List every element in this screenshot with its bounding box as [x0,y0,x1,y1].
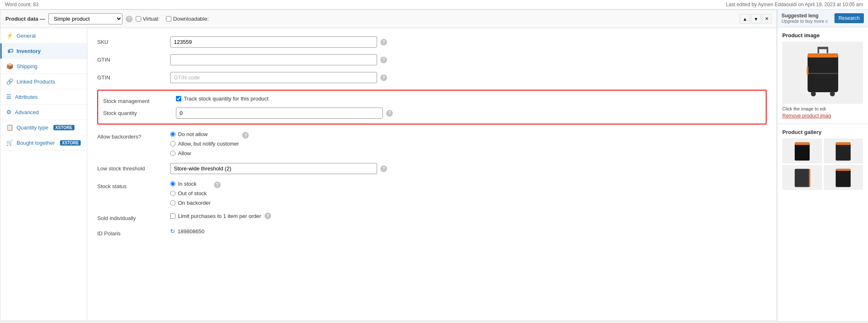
backorders-radio-group: Do not allow Allow, but notify customer … [170,131,239,156]
gallery-item-2[interactable] [824,139,863,163]
gallery-title: Product gallery [782,129,863,135]
product-image-placeholder[interactable] [782,42,863,104]
status-on-backorder[interactable]: On backorder [170,200,211,206]
svg-rect-12 [836,142,851,145]
sidebar-item-shipping[interactable]: 📦 Shipping [0,59,87,74]
sidebar-item-quantity-type[interactable]: 📋 Quantity type XSTORE [0,120,87,135]
stock-management-field: Track stock quantity for this product [176,96,761,102]
sidebar-item-advanced[interactable]: ⚙ Advanced [0,105,87,120]
gallery-image-3 [794,166,810,189]
product-image-svg [804,46,842,100]
product-data-header: Product data — Simple product Variable p… [0,10,777,28]
right-panel: Suggested leng Upgrade to buy more c Res… [777,10,868,321]
track-stock-checkbox-label[interactable]: Track stock quantity for this product [176,96,269,102]
collapse-up-button[interactable]: ▲ [740,14,750,24]
downloadable-checkbox[interactable] [166,16,171,22]
suggested-length-title: Suggested leng [781,13,828,19]
stock-quantity-label: Stock quantity [103,108,169,116]
sidebar-item-label: Quantity type [17,124,48,131]
inventory-icon: 🏷 [7,48,13,54]
backorder-do-not-allow[interactable]: Do not allow [170,131,239,137]
id-polaris-row: ID Polaris ↻ 189808650 [97,228,767,237]
sidebar-item-general[interactable]: ⚡ General [0,28,87,43]
low-stock-help-icon[interactable]: ? [380,165,387,172]
sidebar-item-label: Shipping [17,63,38,69]
sku-input[interactable] [170,36,377,48]
svg-point-8 [830,91,835,96]
sidebar-item-linked-products[interactable]: 🔗 Linked Products [0,74,87,89]
sold-individually-help-icon[interactable]: ? [264,213,271,219]
svg-rect-14 [809,169,810,187]
svg-rect-13 [795,169,810,187]
product-type-select[interactable]: Simple product Variable product Grouped … [48,13,123,24]
product-data-label: Product data — [5,16,45,22]
gtin2-input[interactable] [170,72,377,83]
svg-rect-1 [818,47,819,53]
allow-backorders-field: Do not allow Allow, but notify customer … [170,131,767,156]
refresh-icon[interactable]: ↻ [170,228,175,234]
status-out-of-stock[interactable]: Out of stock [170,190,211,196]
id-polaris-value: 189808650 [178,228,204,234]
svg-rect-9 [795,142,810,160]
status-in-stock[interactable]: In stock [170,181,211,187]
sidebar-item-attributes[interactable]: ☰ Attributes [0,89,87,105]
shipping-icon: 📦 [6,63,13,69]
virtual-checkbox-label[interactable]: Virtual: [136,16,159,22]
gtin1-field: ? [170,54,767,65]
sidebar-item-inventory[interactable]: 🏷 Inventory [0,43,87,59]
remove-image-link[interactable]: Remove product imag [782,113,863,119]
svg-rect-6 [807,67,808,75]
stock-management-box: Stock management Track stock quantity fo… [97,90,767,124]
product-type-help-icon[interactable]: ? [126,16,132,22]
stock-status-help-icon[interactable]: ? [214,182,221,188]
virtual-checkbox[interactable] [136,16,141,22]
gallery-item-1[interactable] [782,139,822,163]
limit-purchases-text: Limit purchases to 1 item per order [178,213,261,219]
limit-purchases-label[interactable]: Limit purchases to 1 item per order [170,213,261,219]
advanced-icon: ⚙ [6,109,12,115]
stock-status-field: In stock Out of stock On backorder [170,181,767,206]
gallery-item-3[interactable] [782,165,822,190]
stock-quantity-help-icon[interactable]: ? [386,110,393,117]
sidebar-item-label: General [17,33,36,39]
low-stock-input[interactable] [170,163,377,174]
backorders-help-icon[interactable]: ? [242,132,249,139]
gtin1-row: GTIN ? [97,54,767,65]
svg-rect-4 [808,53,838,57]
stock-quantity-input[interactable] [176,108,383,119]
backorder-allow-notify[interactable]: Allow, but notify customer [170,141,239,147]
sidebar-item-bought-together[interactable]: 🛒 Bought together XSTORE [0,135,87,151]
suggested-length-info: Suggested leng Upgrade to buy more c [781,13,828,24]
sidebar: ⚡ General 🏷 Inventory 📦 Shipping 🔗 Linke… [0,28,87,321]
suggested-length-section: Suggested leng Upgrade to buy more c Res… [777,10,868,27]
track-stock-checkbox[interactable] [176,96,181,101]
linked-products-icon: 🔗 [6,78,13,85]
backorder-allow[interactable]: Allow [170,150,239,156]
low-stock-field: ? [170,163,767,174]
bought-together-icon: 🛒 [6,139,13,146]
gtin1-help-icon[interactable]: ? [380,57,387,63]
gallery-item-4[interactable] [824,165,863,190]
gtin1-label: GTIN [97,54,164,63]
research-button[interactable]: Research [834,13,864,23]
svg-rect-15 [836,169,851,187]
limit-purchases-checkbox[interactable] [170,213,176,219]
gallery-image-2 [835,140,851,163]
sold-individually-field: Limit purchases to 1 item per order ? [170,213,767,219]
gtin1-input[interactable] [170,54,377,65]
product-image-title: Product image [782,32,863,38]
tab-content: SKU ? GTIN ? GTIN [87,28,777,321]
gtin2-row: GTIN ? [97,72,767,83]
collapse-toggle-button[interactable]: ✕ [762,14,772,24]
gallery-image-4 [835,166,851,189]
gtin2-help-icon[interactable]: ? [380,74,387,81]
sku-help-icon[interactable]: ? [380,39,387,45]
quantity-type-icon: 📋 [6,124,13,131]
collapse-down-button[interactable]: ▼ [751,14,761,24]
downloadable-checkbox-label[interactable]: Downloadable: [166,16,209,22]
svg-point-7 [811,91,816,96]
panel-body: ⚡ General 🏷 Inventory 📦 Shipping 🔗 Linke… [0,28,777,321]
id-polaris-field: ↻ 189808650 [170,228,767,234]
virtual-downloadable: Virtual: Downloadable: [136,16,209,22]
stock-status-row: Stock status In stock Out of stock [97,181,767,206]
